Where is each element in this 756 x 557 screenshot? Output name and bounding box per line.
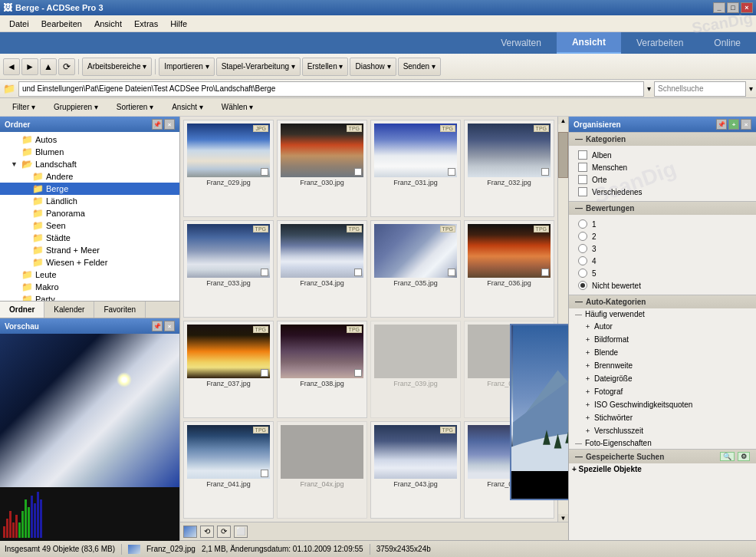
- autocat-verschlusszeit[interactable]: ＋ Verschlusszeit: [569, 424, 756, 437]
- rating-none[interactable]: Nicht bewertet: [575, 279, 750, 292]
- category-verschiedenes[interactable]: Verschiedenes: [575, 186, 750, 198]
- menu-ansicht[interactable]: Ansicht: [88, 18, 128, 30]
- rating-4[interactable]: 4: [575, 255, 750, 267]
- frequently-used-header[interactable]: — Häufig verwendet: [569, 308, 756, 320]
- thumb-franz038[interactable]: TPG Franz_038.jpg: [277, 321, 367, 418]
- thumb-select-checkbox[interactable]: [541, 269, 549, 276]
- nav-refresh-button[interactable]: ⟳: [58, 58, 75, 75]
- tab-kalender[interactable]: Kalender: [44, 302, 94, 318]
- nav-icon-3[interactable]: ⟳: [217, 526, 231, 538]
- verschiedenes-checkbox[interactable]: [578, 187, 587, 196]
- orte-checkbox[interactable]: [578, 175, 587, 184]
- thumb-franz031[interactable]: TPG Franz_031.jpg: [370, 120, 461, 217]
- rating-2-radio[interactable]: [578, 232, 587, 241]
- thumb-franz029[interactable]: JPG Franz_029.jpg: [183, 120, 274, 217]
- rating-1[interactable]: 1: [575, 218, 750, 230]
- nav-forward-button[interactable]: ►: [21, 58, 38, 75]
- autocat-brennweite[interactable]: ＋ Brennweite: [569, 359, 756, 372]
- waehlen-button[interactable]: Wählen ▾: [215, 101, 260, 113]
- category-alben[interactable]: Alben: [575, 149, 750, 161]
- menu-extras[interactable]: Extras: [128, 18, 164, 30]
- gruppieren-button[interactable]: Gruppieren ▾: [48, 101, 104, 113]
- close-button[interactable]: ×: [741, 2, 753, 13]
- nav-back-button[interactable]: ◄: [3, 58, 20, 75]
- thumb-franz030[interactable]: TPG Franz_030.jpg: [277, 120, 367, 217]
- folder-item-staedte[interactable]: 📁 Städte: [0, 232, 179, 244]
- thumb-franz037[interactable]: TPG Franz_037.jpg: [183, 321, 274, 418]
- panel-close-button[interactable]: ×: [164, 119, 175, 130]
- title-bar-controls[interactable]: _ □ ×: [713, 2, 753, 13]
- rating-3-radio[interactable]: [578, 244, 587, 253]
- erstellen-button[interactable]: Erstellen ▾: [302, 58, 349, 76]
- search-dropdown-icon[interactable]: ▾: [749, 84, 753, 93]
- importieren-button[interactable]: Importieren ▾: [159, 58, 214, 76]
- autocat-autor[interactable]: ＋ Autor: [569, 320, 756, 333]
- autocat-blende[interactable]: ＋ Blende: [569, 346, 756, 359]
- preview-close-button[interactable]: ×: [164, 321, 175, 331]
- thumb-select-checkbox[interactable]: [261, 470, 268, 477]
- autokategorien-header[interactable]: — Auto-Kategorien: [569, 295, 756, 308]
- tab-ordner[interactable]: Ordner: [0, 302, 44, 318]
- sortieren-button[interactable]: Sortieren ▾: [110, 101, 159, 113]
- thumb-select-checkbox[interactable]: [448, 168, 455, 176]
- menschen-checkbox[interactable]: [578, 163, 587, 172]
- nav-icon-4[interactable]: ⬜: [234, 526, 248, 538]
- thumb-franz041[interactable]: TPG Franz_041.jpg: [183, 421, 274, 519]
- folder-item-blumen[interactable]: 📁 Blumen: [0, 146, 179, 158]
- thumb-select-checkbox[interactable]: [448, 269, 455, 276]
- nav-up-button[interactable]: ▲: [40, 58, 57, 75]
- address-input[interactable]: [18, 81, 644, 97]
- tab-ansicht[interactable]: Ansicht: [557, 32, 621, 54]
- address-dropdown-icon[interactable]: ▾: [647, 84, 651, 93]
- autocat-dateigrosse[interactable]: ＋ Dateigröße: [569, 372, 756, 385]
- tab-favoriten[interactable]: Favoriten: [94, 302, 146, 318]
- tab-verarbeiten[interactable]: Verarbeiten: [621, 32, 698, 54]
- rating-4-radio[interactable]: [578, 256, 587, 265]
- thumb-select-checkbox[interactable]: [261, 168, 268, 176]
- gespeicherte-suchen-header[interactable]: — Gespeicherte Suchen 🔍 ⚙: [569, 449, 756, 463]
- nav-icon-1[interactable]: [183, 526, 197, 538]
- thumb-select-checkbox[interactable]: [261, 269, 268, 276]
- foto-eigenschaften-item[interactable]: — Foto-Eigenschaften: [569, 437, 756, 449]
- kategorien-header[interactable]: — Kategorien: [569, 132, 756, 146]
- rating-3[interactable]: 3: [575, 242, 750, 255]
- folder-item-autos[interactable]: 📁 Autos: [0, 133, 179, 146]
- thumb-select-checkbox[interactable]: [541, 168, 549, 176]
- thumb-franz035[interactable]: TPG Franz_035.jpg: [370, 220, 461, 318]
- tab-verwalten[interactable]: Verwalten: [485, 32, 557, 54]
- scroll-up-button[interactable]: ▲: [558, 117, 568, 124]
- saved-search-add-icon[interactable]: 🔍: [720, 452, 735, 461]
- nav-icon-2[interactable]: ⟲: [200, 526, 214, 538]
- ansicht-button[interactable]: Ansicht ▾: [166, 101, 209, 113]
- rating-5[interactable]: 5: [575, 267, 750, 279]
- folder-item-seen[interactable]: 📁 Seen: [0, 219, 179, 232]
- thumb-franz034[interactable]: TPG Franz_034.jpg: [277, 220, 367, 318]
- folder-item-strand[interactable]: 📁 Strand + Meer: [0, 244, 179, 256]
- rating-none-radio[interactable]: [578, 281, 587, 290]
- menu-datei[interactable]: Datei: [3, 18, 35, 30]
- rating-1-radio[interactable]: [578, 219, 587, 229]
- search-input[interactable]: [654, 81, 746, 97]
- folder-item-wiesen[interactable]: 📁 Wiesen + Felder: [0, 256, 179, 269]
- folder-item-makro[interactable]: 📁 Makro: [0, 281, 179, 293]
- autocat-fotograf[interactable]: ＋ Fotograf: [569, 385, 756, 398]
- autocat-stichwort[interactable]: ＋ Stichwörter: [569, 411, 756, 424]
- right-panel-pin-button[interactable]: 📌: [716, 119, 727, 130]
- thumb-franz042[interactable]: Franz_04x.jpg: [277, 421, 367, 519]
- saved-search-settings-icon[interactable]: ⚙: [738, 452, 750, 461]
- menu-hilfe[interactable]: Hilfe: [164, 18, 193, 30]
- thumb-select-checkbox[interactable]: [354, 269, 362, 276]
- menu-bearbeiten[interactable]: Bearbeiten: [35, 18, 88, 30]
- thumb-select-checkbox[interactable]: [354, 369, 362, 377]
- thumb-franz039[interactable]: Franz_039.jpg: [370, 321, 461, 418]
- folder-item-landschaft[interactable]: ▼ 📂 Landschaft: [0, 158, 179, 170]
- scroll-down-button[interactable]: ▼: [558, 514, 568, 522]
- thumb-extra1[interactable]: TPG Franz_043.jpg: [370, 421, 461, 519]
- stapel-button[interactable]: Stapel-Verarbeitung ▾: [216, 58, 301, 76]
- bewertungen-header[interactable]: — Bewertungen: [569, 201, 756, 215]
- category-menschen[interactable]: Menschen: [575, 161, 750, 173]
- folder-item-andere[interactable]: 📁 Andere: [0, 170, 179, 183]
- right-panel-close-button[interactable]: ×: [741, 119, 751, 130]
- folder-item-laendlich[interactable]: 📁 Ländlich: [0, 195, 179, 207]
- minimize-button[interactable]: _: [713, 2, 725, 13]
